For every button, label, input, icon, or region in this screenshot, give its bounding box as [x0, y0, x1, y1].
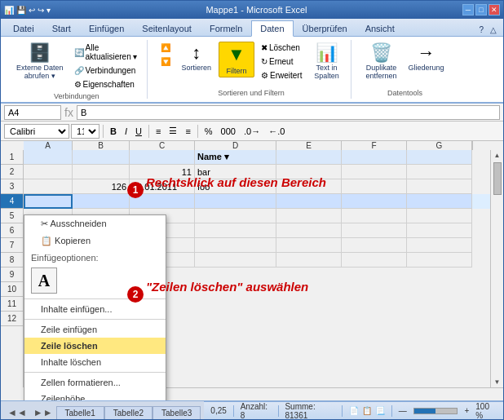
cell-d5[interactable]	[195, 209, 276, 223]
cell-e4[interactable]	[276, 194, 342, 209]
cell-b3[interactable]: 126	[73, 179, 130, 194]
sheet-tab-area: ◄◄ ►► Tabelle1 Tabelle2 Tabelle3 0,25 An…	[1, 400, 503, 419]
cell-f4[interactable]	[342, 194, 407, 209]
tab-formeln[interactable]: Formeln	[201, 20, 251, 36]
align-right-button[interactable]: ≡	[182, 125, 193, 138]
ctx-zellen-format[interactable]: Zellen formatieren...	[24, 374, 166, 391]
ctx-zeile-loschen[interactable]: Zeile löschen	[24, 338, 166, 354]
zoom-in-icon[interactable]: +	[464, 406, 469, 415]
thousands-button[interactable]: 000	[218, 125, 239, 138]
cell-g5[interactable]	[407, 209, 472, 223]
vertical-scrollbar[interactable]: ▲ ▼	[490, 150, 503, 387]
alle-aktualisieren-button[interactable]: 🔄 Alleaktualisieren ▾	[71, 42, 141, 63]
verbindungen-label: Verbindungen	[86, 66, 136, 75]
filtern-button[interactable]: ▼ Filtern	[219, 42, 254, 77]
gliederung-button[interactable]: → Gliederung	[404, 42, 448, 74]
cell-c1[interactable]	[130, 150, 195, 165]
bold-button[interactable]: B	[107, 125, 120, 138]
cell-f2[interactable]	[342, 165, 407, 179]
eigenschaften-button[interactable]: ⚙ Eigenschaften	[71, 78, 141, 91]
italic-button[interactable]: I	[122, 125, 130, 138]
tab-daten[interactable]: Daten	[251, 20, 293, 37]
table-row: Name ▾	[24, 150, 490, 165]
formula-input[interactable]	[77, 105, 500, 120]
cell-g3[interactable]	[407, 179, 472, 194]
help-icon[interactable]: ?	[475, 24, 487, 36]
ctx-inhalte-loschen[interactable]: Inhalte löschen	[24, 354, 166, 370]
name-box[interactable]	[4, 105, 61, 120]
tab-start[interactable]: Start	[43, 20, 80, 36]
cell-e5[interactable]	[276, 209, 342, 223]
scroll-down-button[interactable]: ▼	[493, 377, 502, 387]
cell-a4[interactable]	[24, 194, 73, 209]
cell-f3[interactable]	[342, 179, 407, 194]
cell-d1[interactable]: Name ▾	[195, 150, 276, 165]
view-normal-icon[interactable]: 📄	[349, 406, 359, 415]
zoom-slider[interactable]	[413, 408, 458, 414]
restore-button[interactable]: □	[475, 4, 487, 15]
tab-datei[interactable]: Datei	[4, 20, 43, 36]
cell-g4[interactable]	[407, 194, 472, 209]
sort-az-button[interactable]: 🔼	[157, 42, 174, 54]
cell-b1[interactable]	[73, 150, 130, 165]
undo-icon[interactable]: ↩	[29, 6, 35, 15]
sheet-tab-1[interactable]: Tabelle1	[56, 406, 104, 419]
view-layout-icon[interactable]: 📋	[362, 406, 372, 415]
align-left-button[interactable]: ≡	[153, 125, 164, 138]
sheet-tab-2[interactable]: Tabelle2	[104, 406, 153, 419]
cell-f1[interactable]	[342, 150, 407, 165]
underline-button[interactable]: U	[132, 125, 145, 138]
externe-daten-button[interactable]: 🗄️ Externe Datenabrufen ▾	[12, 42, 68, 82]
cell-b4[interactable]	[73, 194, 130, 209]
ctx-zeile-einfugen[interactable]: Zeile einfügen	[24, 321, 166, 338]
textin-label: Text inSpalten	[314, 64, 339, 80]
ctx-kopieren[interactable]: 📋 Kopieren	[24, 232, 166, 250]
tab-einfugen[interactable]: Einfügen	[80, 20, 133, 36]
cell-g2[interactable]	[407, 165, 472, 179]
cell-e1[interactable]	[276, 150, 342, 165]
erweitert-button[interactable]: ⚙ Erweitert	[258, 69, 305, 82]
sort-za-button[interactable]: 🔽	[157, 55, 174, 68]
decrease-decimal-button[interactable]: ←.0	[265, 125, 288, 138]
cell-d4[interactable]	[195, 194, 276, 209]
scroll-thumb-vertical[interactable]	[493, 162, 502, 195]
clear-filter-button[interactable]: ✖ Löschen	[258, 42, 305, 54]
zoom-out-icon[interactable]: —	[399, 406, 407, 415]
cell-a3[interactable]	[24, 179, 73, 194]
sortieren-button[interactable]: ↕ Sortieren	[177, 42, 215, 74]
save-icon[interactable]: 💾	[16, 6, 26, 15]
ribbon-minimize-icon[interactable]: △	[487, 24, 500, 36]
minimize-button[interactable]: ─	[462, 4, 474, 15]
ctx-ausschneiden[interactable]: ✂ Ausschneiden	[24, 215, 166, 232]
row-header-10: 10	[1, 282, 23, 297]
view-page-icon[interactable]: 📃	[375, 406, 385, 415]
ctx-inhalte-einfugen[interactable]: Inhalte einfügen...	[24, 301, 166, 317]
verbindungen-button[interactable]: 🔗 Verbindungen	[71, 64, 141, 77]
tab-ansicht[interactable]: Ansicht	[356, 20, 404, 36]
increase-decimal-button[interactable]: .0→	[241, 125, 263, 138]
sheet-tab-3[interactable]: Tabelle3	[153, 406, 201, 419]
reapply-button[interactable]: ↻ Erneut	[258, 55, 305, 68]
fontsize-select[interactable]: 11	[71, 124, 99, 139]
align-center-button[interactable]: ☰	[166, 124, 180, 138]
duplikate-button[interactable]: 🗑️ Duplikateentfernen	[361, 42, 400, 82]
ctx-zeilenhohe[interactable]: Zeilenhöhe...	[24, 391, 166, 400]
percent-button[interactable]: %	[201, 125, 216, 138]
sheet-nav-right[interactable]: ►►	[30, 406, 56, 419]
cell-b2[interactable]	[73, 165, 130, 179]
close-button[interactable]: ✕	[489, 4, 500, 15]
tab-uberprufen[interactable]: Überprüfen	[294, 20, 356, 36]
col-header-d: D	[195, 141, 276, 150]
cell-a1[interactable]	[24, 150, 73, 165]
textin-button[interactable]: 📊 Text inSpalten	[308, 42, 344, 82]
cell-f5[interactable]	[342, 209, 407, 223]
redo-icon[interactable]: ↪	[38, 6, 44, 15]
col-header-a: A	[24, 141, 73, 150]
sheet-nav-left[interactable]: ◄◄	[4, 406, 30, 419]
ctx-paste-icon-a[interactable]: A	[31, 267, 57, 294]
tab-seitenlayout[interactable]: Seitenlayout	[133, 20, 201, 36]
cell-a2[interactable]	[24, 165, 73, 179]
cell-g1[interactable]	[407, 150, 472, 165]
scroll-up-button[interactable]: ▲	[493, 150, 502, 161]
font-select[interactable]: Calibri	[4, 124, 69, 139]
